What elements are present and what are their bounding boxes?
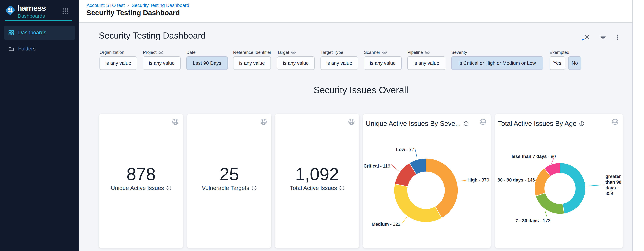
label-leader-line (586, 185, 604, 186)
filter-value-button[interactable]: is Critical or High or Medium or Low (451, 56, 543, 70)
filter-label: Scanner (364, 50, 387, 55)
info-icon[interactable] (252, 186, 257, 191)
slice-label-Low: Low - 77 (396, 147, 414, 153)
filter-bar: Organizationis any valueProjectis any va… (79, 50, 632, 73)
globe-icon[interactable] (172, 118, 179, 126)
globe-icon[interactable] (260, 118, 267, 126)
dashboard-panel: Security Testing Dashboard Organizationi… (79, 23, 632, 251)
sidebar-nav: Dashboards Folders (0, 25, 79, 58)
filter-group-date: DateLast 90 Days (186, 50, 196, 55)
slice-label-30---90-days: 30 - 90 days - 146 (498, 177, 535, 183)
sidebar-item-folders[interactable]: Folders (4, 42, 76, 56)
breadcrumb: Account: STO test › Security Testing Das… (86, 3, 189, 8)
filter-group-pipeline: Pipelineis any value (407, 50, 430, 55)
stat-label-row: Vulnerable Targets (187, 185, 271, 191)
section-heading: Security Issues Overall (99, 85, 623, 95)
brand-wordmark: harness (17, 3, 46, 13)
cursor-dot (582, 39, 584, 40)
filter-value-button[interactable]: is any value (233, 56, 271, 70)
filter-value-button[interactable]: is any value (277, 56, 314, 70)
filter-group-severity: Severityis Critical or High or Medium or… (451, 50, 467, 55)
stat-value: 878 (99, 164, 183, 184)
stat-label-row: Unique Active Issues (99, 185, 183, 191)
label-leader-line (402, 217, 407, 224)
window-right-gutter (632, 0, 644, 251)
info-icon[interactable] (166, 186, 171, 191)
filter-option-yes[interactable]: Yes (550, 56, 565, 70)
filter-group-reference-identifier: Reference Identifieris any value (233, 50, 271, 55)
link-icon (382, 51, 387, 54)
slice-label-less-than-7-days: less than 7 days - 80 (512, 154, 556, 160)
stat-card-total-active-issues: 1,092 Total Active Issues (275, 114, 359, 248)
module-active-underline (5, 20, 72, 21)
folder-icon (8, 46, 14, 52)
kebab-menu-icon[interactable] (614, 34, 621, 41)
filter-group-project: Projectis any value (143, 50, 163, 55)
filter-value-button[interactable]: is any value (364, 56, 402, 70)
sidebar: harness Dashboards Dashboards (0, 0, 79, 251)
close-icon[interactable] (584, 34, 590, 41)
app-grid-icon[interactable] (62, 7, 69, 15)
breadcrumb-page-link[interactable]: Security Testing Dashboard (132, 3, 189, 8)
sidebar-item-label: Folders (18, 46, 36, 52)
stat-value: 25 (187, 164, 271, 184)
label-leader-line (415, 148, 417, 158)
donut-slice-Medium[interactable] (394, 184, 442, 222)
label-leader-line (458, 180, 466, 181)
filter-value-button[interactable]: is any value (407, 56, 446, 70)
dashboards-grid-icon (8, 30, 14, 36)
page-title: Security Testing Dashboard (86, 9, 180, 17)
link-icon (158, 51, 163, 54)
filter-group-target-type: Target Typeis any value (320, 50, 343, 55)
stat-card-vulnerable-targets: 25 Vulnerable Targets (187, 114, 271, 248)
filter-label: Severity (451, 50, 467, 55)
slice-label-High: High - 370 (468, 177, 489, 183)
donut-slice-greater-than-90-days[interactable] (560, 163, 586, 214)
label-leader-line (391, 165, 399, 171)
slice-label-Medium: Medium - 322 (372, 222, 400, 227)
link-icon (291, 51, 296, 54)
slice-label-greater-than-90-days: greater than 90 days - 359 (606, 174, 622, 197)
filter-option-no[interactable]: No (568, 56, 581, 70)
filter-label: Date (186, 50, 196, 55)
module-name: Dashboards (18, 13, 45, 19)
harness-logo-icon (4, 4, 16, 16)
slice-label-7---30-days: 7 - 30 days - 173 (516, 218, 550, 224)
filter-label: Target (277, 50, 296, 55)
filter-label: Reference Identifier (233, 50, 271, 55)
filter-value-button[interactable]: is any value (320, 56, 358, 70)
stat-label: Vulnerable Targets (202, 185, 249, 191)
filter-label: Target Type (320, 50, 343, 55)
filter-value-button[interactable]: Last 90 Days (186, 56, 228, 70)
filter-label: Exempted (550, 50, 569, 55)
stat-label: Total Active Issues (290, 185, 337, 191)
donut-slice-7---30-days[interactable] (536, 193, 564, 214)
filter-value-button[interactable]: is any value (100, 56, 137, 70)
sidebar-item-dashboards[interactable]: Dashboards (4, 25, 76, 40)
filter-group-target: Targetis any value (277, 50, 296, 55)
stat-label: Unique Active Issues (111, 185, 164, 191)
filter-icon[interactable] (600, 34, 607, 41)
chevron-right-icon: › (128, 3, 129, 8)
slice-label-Critical: Critical - 116 (364, 163, 390, 169)
top-header: Account: STO test › Security Testing Das… (79, 0, 632, 23)
sidebar-item-label: Dashboards (18, 30, 46, 36)
filter-label: Project (143, 50, 163, 55)
link-icon (425, 51, 430, 54)
dashboard-title: Security Testing Dashboard (99, 30, 206, 40)
chart-card-issues-by-age: Total Active Issues By Age greater than … (495, 114, 623, 248)
stat-card-unique-active-issues: 878 Unique Active Issues (99, 114, 183, 248)
filter-label: Organization (100, 50, 124, 55)
filter-group-organization: Organizationis any value (100, 50, 124, 55)
stat-value: 1,092 (275, 164, 359, 184)
info-icon[interactable] (339, 186, 344, 191)
label-leader-line (545, 211, 548, 218)
filter-value-button[interactable]: is any value (143, 56, 180, 70)
filter-label: Pipeline (407, 50, 430, 55)
filter-group-exempted: ExemptedYesNo (550, 50, 569, 55)
stat-label-row: Total Active Issues (275, 185, 359, 191)
globe-icon[interactable] (348, 118, 355, 126)
breadcrumb-account-link[interactable]: Account: STO test (86, 3, 125, 8)
filter-group-scanner: Scanneris any value (364, 50, 387, 55)
chart-card-issues-by-severity: Unique Active Issues By Seve... High - 3… (363, 114, 491, 248)
